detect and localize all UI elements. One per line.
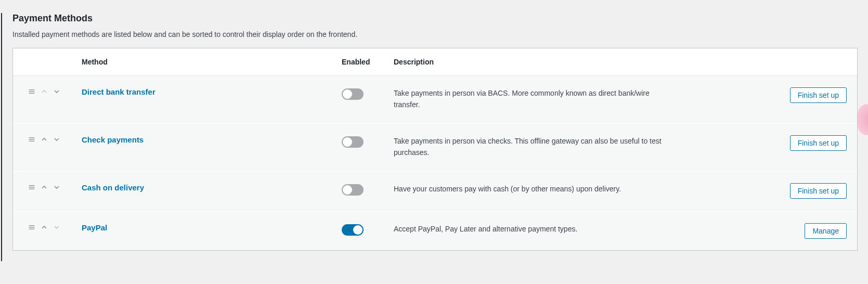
method-description: Have your customers pay with cash (or by…: [394, 183, 664, 195]
drag-handle-icon[interactable]: [28, 223, 36, 231]
section-description: Installed payment methods are listed bel…: [12, 30, 858, 38]
finish-setup-button[interactable]: Finish set up: [790, 183, 847, 199]
move-down-icon[interactable]: [53, 183, 61, 191]
payment-methods-table: Method Enabled Description Direct bank t…: [12, 48, 858, 251]
method-link[interactable]: Cash on delivery: [82, 183, 144, 192]
table-row: PayPalAccept PayPal, Pay Later and alter…: [13, 211, 857, 250]
move-up-icon: [40, 87, 48, 96]
method-description: Take payments in person via BACS. More c…: [394, 87, 664, 111]
enabled-toggle[interactable]: [342, 184, 364, 196]
move-up-icon[interactable]: [40, 135, 48, 144]
table-row: Cash on deliveryHave your customers pay …: [13, 171, 857, 211]
method-link[interactable]: Check payments: [82, 135, 144, 144]
enabled-toggle[interactable]: [342, 88, 364, 100]
method-description: Take payments in person via checks. This…: [394, 135, 664, 159]
drag-handle-icon[interactable]: [28, 135, 36, 144]
col-header-enabled: Enabled: [335, 48, 387, 76]
move-up-icon[interactable]: [40, 223, 48, 231]
section-title: Payment Methods: [12, 13, 858, 24]
method-link[interactable]: PayPal: [82, 223, 107, 232]
drag-handle-icon[interactable]: [28, 183, 36, 191]
manage-button[interactable]: Manage: [805, 223, 847, 239]
drag-handle-icon[interactable]: [28, 87, 36, 96]
table-row: Direct bank transferTake payments in per…: [13, 76, 857, 123]
move-down-icon: [53, 223, 61, 231]
col-header-description: Description: [387, 48, 763, 76]
move-down-icon[interactable]: [53, 135, 61, 144]
finish-setup-button[interactable]: Finish set up: [790, 135, 847, 151]
enabled-toggle[interactable]: [342, 136, 364, 148]
method-description: Accept PayPal, Pay Later and alternative…: [394, 223, 664, 235]
move-up-icon[interactable]: [40, 183, 48, 191]
move-down-icon[interactable]: [53, 87, 61, 96]
enabled-toggle[interactable]: [342, 224, 364, 236]
col-header-action: [763, 48, 857, 76]
col-header-method: Method: [75, 48, 335, 76]
table-row: Check paymentsTake payments in person vi…: [13, 123, 857, 171]
method-link[interactable]: Direct bank transfer: [82, 87, 156, 96]
col-header-sort: [13, 48, 75, 76]
help-bubble[interactable]: [858, 104, 868, 135]
finish-setup-button[interactable]: Finish set up: [790, 87, 847, 103]
